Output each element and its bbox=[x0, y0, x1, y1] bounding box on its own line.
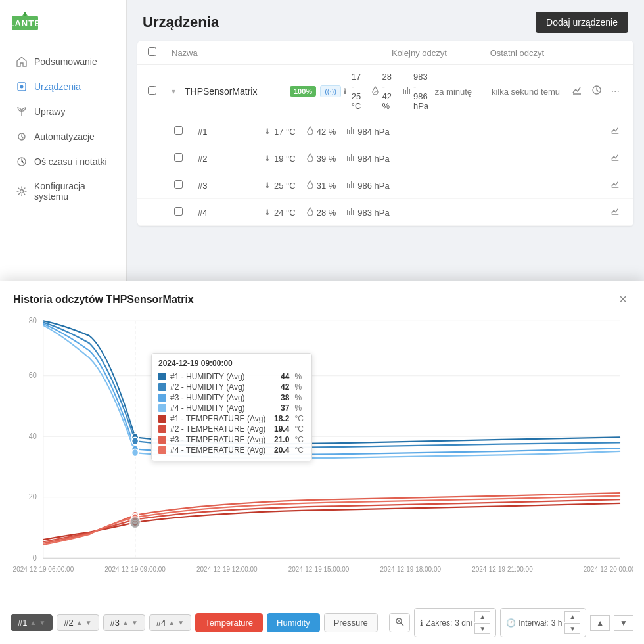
gear-icon bbox=[16, 185, 28, 197]
sub2-pressure-value: 984 hPa bbox=[357, 154, 389, 164]
main-content: Urządzenia Dodaj urządzenie Nazwa Kolejn… bbox=[127, 0, 644, 289]
parent-pressure-value: 983 - 986 hPa bbox=[413, 72, 428, 111]
sub1-pressure-value: 984 hPa bbox=[357, 127, 389, 137]
svg-rect-10 bbox=[405, 90, 406, 94]
sensor-1-label: #1 bbox=[18, 618, 27, 628]
zakres-down-button[interactable]: ▼ bbox=[474, 623, 490, 634]
sidebar-item-podsumowanie[interactable]: Podsumowanie bbox=[5, 50, 121, 74]
logo-area: PLANTER bbox=[0, 0, 126, 45]
table-row-sub-2[interactable]: #2 🌡19 °C 39 % 984 hPa bbox=[137, 145, 633, 172]
parent-checkbox[interactable] bbox=[148, 86, 156, 95]
svg-rect-23 bbox=[353, 156, 354, 161]
chart-close-button[interactable]: × bbox=[615, 290, 631, 308]
sub3-chart-button[interactable] bbox=[607, 177, 623, 193]
plant-icon bbox=[16, 106, 28, 118]
chart-header: Historia odczytów THPSensorMatrix × bbox=[0, 281, 644, 313]
sub3-metrics: 🌡25 °C 31 % 986 hPa bbox=[264, 180, 597, 191]
sensor-4-label: #4 bbox=[156, 618, 166, 628]
sub4-pressure-icon bbox=[346, 208, 355, 218]
sub1-temp-value: 17 °C bbox=[274, 127, 296, 137]
select-all-checkbox[interactable] bbox=[148, 47, 156, 56]
scroll-right-button[interactable]: ▼ bbox=[614, 615, 633, 631]
sidebar-item-urzadzenia[interactable]: Urządzenia bbox=[5, 75, 121, 99]
pressure-type-button[interactable]: Pressure bbox=[324, 613, 378, 632]
chart-button[interactable] bbox=[568, 83, 586, 100]
sub1-humidity-value: 42 % bbox=[317, 127, 336, 137]
sidebar-label-automatyzacje: Automatyzacje bbox=[34, 131, 95, 142]
svg-text:2024-12-19 15:00:00: 2024-12-19 15:00:00 bbox=[288, 564, 350, 573]
parent-tags: 100% ((·)) bbox=[290, 85, 341, 97]
svg-text:20: 20 bbox=[29, 492, 37, 501]
sub4-checkbox[interactable] bbox=[174, 207, 183, 216]
table-row-sub-3[interactable]: #3 🌡25 °C 31 % 986 hPa bbox=[137, 172, 633, 199]
chart-svg: 0 20 40 60 80 2024-12-19 06:00:00 2024-1… bbox=[11, 313, 633, 603]
zoom-out-button[interactable] bbox=[389, 613, 410, 632]
sub1-checkbox[interactable] bbox=[174, 126, 183, 135]
more-button[interactable]: ··· bbox=[608, 83, 623, 99]
sub3-pressure-value: 986 hPa bbox=[357, 181, 389, 191]
parent-next: za minutę bbox=[428, 87, 478, 97]
device-table: Nazwa Kolejny odczyt Ostatni odczyt ▾ TH… bbox=[137, 41, 633, 226]
device-icon bbox=[16, 81, 28, 93]
interwal-arrows: ▲ ▼ bbox=[564, 611, 580, 634]
sensor-btn-2[interactable]: #2 ▲ ▼ bbox=[57, 614, 99, 631]
svg-rect-15 bbox=[347, 129, 348, 134]
parent-temp-value: 17 - 25 °C bbox=[352, 72, 361, 111]
interwal-label: Interwał: bbox=[518, 618, 548, 628]
sensor-btn-4[interactable]: #4 ▲ ▼ bbox=[149, 614, 191, 631]
svg-rect-21 bbox=[349, 157, 350, 161]
svg-rect-16 bbox=[349, 130, 350, 134]
interwal-down-button[interactable]: ▼ bbox=[564, 623, 580, 634]
parent-humidity-value: 28 - 42 % bbox=[382, 72, 391, 111]
sidebar-item-konfiguracja[interactable]: Konfiguracja systemu bbox=[5, 175, 121, 208]
sub1-action bbox=[597, 124, 623, 139]
sensor-btn-3[interactable]: #3 ▲ ▼ bbox=[103, 614, 145, 631]
sub2-temp-value: 19 °C bbox=[274, 154, 296, 164]
sub3-temp-value: 25 °C bbox=[274, 181, 296, 191]
sub2-chart-button[interactable] bbox=[607, 150, 623, 166]
sensor-2-label: #2 bbox=[64, 618, 73, 628]
sub4-metrics: 🌡24 °C 28 % 983 hPa bbox=[264, 207, 597, 218]
info-icon: ℹ bbox=[420, 618, 423, 628]
sidebar-item-uprawy[interactable]: Uprawy bbox=[5, 100, 121, 124]
parent-checkbox-wrap bbox=[148, 86, 172, 97]
svg-text:2024-12-19 21:00:00: 2024-12-19 21:00:00 bbox=[472, 564, 533, 573]
sidebar-item-automatyzacje[interactable]: Automatyzacje bbox=[5, 125, 121, 149]
table-row-sub-1[interactable]: #1 🌡 17 °C 42 % bbox=[137, 118, 633, 145]
sensor-btn-1[interactable]: #1 ▲ ▼ bbox=[11, 614, 53, 631]
clock-icon bbox=[16, 156, 28, 168]
zakres-up-button[interactable]: ▲ bbox=[474, 611, 490, 622]
interwal-control: 🕐 Interwał: 3 h ▲ ▼ bbox=[500, 608, 586, 637]
th-next: Kolejny odczyt bbox=[386, 48, 452, 58]
chart-modal: Historia odczytów THPSensorMatrix × 0 20… bbox=[0, 281, 644, 644]
table-row-sub-4[interactable]: #4 🌡24 °C 28 % 983 hPa bbox=[137, 199, 633, 226]
table-row-parent[interactable]: ▾ THPSensorMatrix 100% ((·)) 🌡 17 - 25 °… bbox=[137, 65, 633, 118]
svg-rect-18 bbox=[353, 129, 354, 134]
auto-icon bbox=[16, 131, 28, 143]
svg-rect-25 bbox=[347, 183, 348, 188]
interwal-up-button[interactable]: ▲ bbox=[564, 611, 580, 622]
sub4-temp-value: 24 °C bbox=[274, 208, 296, 218]
expand-icon[interactable]: ▾ bbox=[172, 87, 185, 96]
history-button[interactable] bbox=[588, 83, 605, 100]
sub3-name: #3 bbox=[198, 181, 264, 191]
add-device-button[interactable]: Dodaj urządzenie bbox=[536, 12, 628, 33]
svg-rect-22 bbox=[351, 154, 352, 161]
sub1-humidity: 42 % bbox=[306, 126, 336, 137]
scroll-left-button[interactable]: ▲ bbox=[590, 615, 610, 631]
humidity-type-button[interactable]: Humidity bbox=[267, 613, 320, 632]
temperature-type-button[interactable]: Temperature bbox=[195, 613, 263, 632]
sub1-temp-icon: 🌡 bbox=[264, 127, 271, 136]
parent-metrics: 🌡 17 - 25 °C 28 - 42 % 983 - 986 hPa bbox=[341, 72, 428, 111]
sub1-chart-button[interactable] bbox=[607, 124, 623, 139]
sensor-1-chevron-up: ▲ bbox=[30, 619, 36, 626]
sidebar-item-os-czasu[interactable]: Oś czasu i notatki bbox=[5, 150, 121, 173]
sub3-checkbox[interactable] bbox=[174, 180, 183, 189]
svg-point-5 bbox=[20, 85, 24, 89]
svg-text:60: 60 bbox=[29, 371, 37, 380]
parent-pressure-metric: 983 - 986 hPa bbox=[402, 72, 428, 111]
sub4-chart-button[interactable] bbox=[607, 204, 623, 220]
home-icon bbox=[16, 56, 28, 68]
sub2-checkbox[interactable] bbox=[174, 153, 183, 162]
sub4-humidity-value: 28 % bbox=[317, 208, 336, 218]
